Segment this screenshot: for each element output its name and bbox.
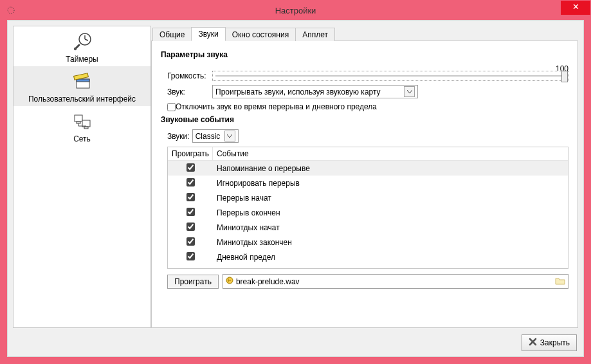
svg-point-4	[73, 48, 76, 50]
mute-on-break-checkbox[interactable]	[167, 103, 176, 111]
dialog-footer: Закрыть	[522, 334, 577, 351]
ruler-window-icon	[72, 71, 93, 92]
sidebar-item-network[interactable]: Сеть	[14, 106, 150, 146]
close-icon: ✕	[572, 2, 579, 12]
section-sound-events: Звуковые события	[161, 115, 568, 124]
event-row[interactable]: Напоминание о перерыве	[168, 161, 568, 176]
event-row[interactable]: Перерыв окончен	[168, 205, 568, 220]
browse-icon[interactable]	[555, 277, 565, 287]
event-play-checkbox[interactable]	[186, 163, 195, 172]
chevron-down-icon	[404, 86, 415, 97]
sound-file-name: break-prelude.wav	[236, 277, 300, 286]
event-row[interactable]: Перерыв начат	[168, 190, 568, 205]
settings-window: Настройки ✕ Таймеры Пользовательский инт…	[0, 0, 591, 364]
svg-rect-8	[75, 115, 82, 122]
events-list[interactable]: Проиграть Событие Напоминание о перерыве…	[167, 147, 568, 269]
event-play-checkbox[interactable]	[186, 178, 195, 187]
tab-strip: Общие Звуки Окно состояния Апплет	[151, 26, 578, 41]
app-icon	[6, 5, 16, 15]
slider-thumb[interactable]	[561, 71, 568, 82]
event-play-checkbox[interactable]	[186, 193, 195, 201]
window-title: Настройки	[1, 6, 590, 15]
svg-rect-6	[77, 79, 89, 82]
event-play-checkbox[interactable]	[186, 237, 195, 246]
network-icon	[72, 111, 93, 132]
col-event[interactable]: Событие	[213, 147, 568, 160]
audio-file-icon	[226, 277, 233, 286]
tab-sounds[interactable]: Звуки	[191, 27, 225, 41]
event-label: Миниотдых начат	[213, 223, 568, 232]
tab-applet[interactable]: Апплет	[295, 28, 335, 41]
content: Общие Звуки Окно состояния Апплет Параме…	[151, 26, 578, 328]
sounds-pane: Параметры звука 100 Громкость: Звук: Про…	[151, 41, 578, 328]
clock-icon	[72, 32, 93, 52]
events-header: Проиграть Событие	[168, 147, 568, 161]
event-play-checkbox[interactable]	[186, 252, 195, 260]
sidebar-item-ui[interactable]: Пользовательский интерфейс	[14, 66, 150, 106]
close-x-icon	[529, 338, 537, 348]
client-area: Таймеры Пользовательский интерфейс Сеть	[7, 20, 584, 357]
sidebar-item-timers[interactable]: Таймеры	[14, 26, 150, 66]
event-row[interactable]: Дневной предел	[168, 250, 568, 264]
chevron-down-icon	[224, 131, 235, 141]
category-sidebar[interactable]: Таймеры Пользовательский интерфейс Сеть	[13, 26, 151, 328]
play-button[interactable]: Проиграть	[167, 275, 219, 289]
event-label: Перерыв окончен	[213, 208, 568, 217]
titlebar[interactable]: Настройки ✕	[1, 1, 590, 20]
mute-on-break-label: Отключить звук во время перерыва и дневн…	[176, 102, 377, 111]
sidebar-item-label: Пользовательский интерфейс	[16, 95, 148, 104]
body: Таймеры Пользовательский интерфейс Сеть	[13, 26, 578, 328]
col-play[interactable]: Проиграть	[168, 147, 213, 160]
volume-label: Громкость:	[167, 71, 212, 80]
volume-slider[interactable]	[212, 71, 568, 81]
svg-point-0	[8, 7, 14, 14]
event-label: Дневной предел	[213, 253, 568, 262]
close-button[interactable]: Закрыть	[522, 334, 577, 351]
event-label: Напоминание о перерыве	[213, 164, 568, 173]
section-sound-params: Параметры звука	[161, 50, 568, 59]
tab-status-window[interactable]: Окно состояния	[225, 28, 296, 41]
event-row[interactable]: Игнорировать перерыв	[168, 176, 568, 190]
sounds-theme-select[interactable]: Classic	[192, 129, 239, 143]
event-play-checkbox[interactable]	[186, 208, 195, 216]
event-row[interactable]: Миниотдых начат	[168, 220, 568, 235]
sound-file-field[interactable]: break-prelude.wav	[223, 274, 568, 289]
sidebar-item-label: Таймеры	[16, 55, 148, 64]
window-close-button[interactable]: ✕	[561, 1, 590, 15]
event-label: Игнорировать перерыв	[213, 179, 568, 188]
sound-output-label: Звук:	[167, 87, 212, 96]
event-label: Миниотдых закончен	[213, 238, 568, 247]
svg-rect-11	[84, 127, 88, 129]
svg-rect-10	[77, 122, 80, 123]
event-row[interactable]: Миниотдых закончен	[168, 235, 568, 250]
event-play-checkbox[interactable]	[186, 223, 195, 231]
sound-output-select[interactable]: Проигрывать звуки, используя звуковую ка…	[212, 85, 418, 98]
sounds-theme-label: Звуки:	[167, 132, 190, 141]
tab-general[interactable]: Общие	[152, 28, 192, 41]
sidebar-item-label: Сеть	[16, 134, 148, 143]
event-label: Перерыв начат	[213, 194, 568, 203]
